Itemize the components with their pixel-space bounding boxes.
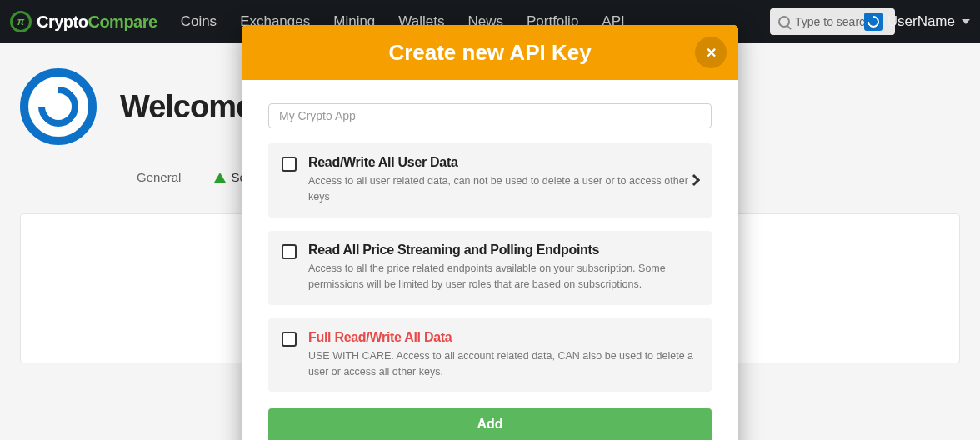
close-button[interactable]: ✕ [695, 37, 727, 68]
permission-title: Read All Price Streaming and Polling End… [308, 242, 698, 258]
permission-read-price[interactable]: Read All Price Streaming and Polling End… [268, 231, 712, 305]
api-key-name-input[interactable] [268, 103, 712, 128]
modal-body: Read/Write All User Data Access to all u… [242, 80, 738, 440]
permission-full-read-write[interactable]: Full Read/Write All Data USE WITH CARE. … [268, 318, 712, 392]
permission-desc: USE WITH CARE. Access to all account rel… [308, 348, 698, 381]
checkbox[interactable] [282, 332, 297, 347]
close-icon: ✕ [706, 45, 717, 61]
create-api-key-modal: Create new API Key ✕ Read/Write All User… [242, 25, 738, 440]
add-button[interactable]: Add [268, 408, 712, 440]
permission-read-write-user[interactable]: Read/Write All User Data Access to all u… [268, 143, 712, 218]
permission-desc: Access to all user related data, can not… [308, 173, 698, 206]
checkbox[interactable] [282, 157, 297, 172]
modal-title: Create new API Key [388, 40, 591, 66]
permission-title: Full Read/Write All Data [308, 330, 698, 345]
permission-desc: Access to all the price related endpoint… [308, 261, 698, 293]
checkbox[interactable] [282, 244, 297, 259]
modal-header: Create new API Key ✕ [242, 25, 738, 80]
permission-title: Read/Write All User Data [308, 155, 698, 170]
